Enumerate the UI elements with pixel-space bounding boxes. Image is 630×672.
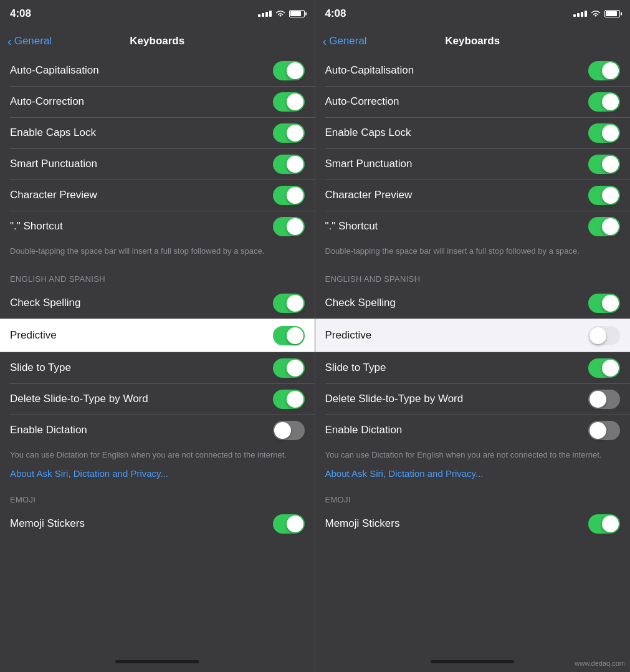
left-caps-lock-toggle[interactable] <box>273 123 305 143</box>
left-delete-slide-toggle[interactable] <box>273 390 305 409</box>
right-caps-lock-toggle[interactable] <box>588 123 620 143</box>
right-auto-cap-row[interactable]: Auto-Capitalisation <box>315 55 631 86</box>
left-slide-type-label: Slide to Type <box>10 362 71 374</box>
left-auto-cap-row[interactable]: Auto-Capitalisation <box>0 55 315 86</box>
right-nav-title: Keyboards <box>445 35 500 47</box>
right-dictation-row[interactable]: Enable Dictation <box>315 415 631 446</box>
right-wifi-icon <box>591 10 601 17</box>
right-time: 4:08 <box>325 7 346 20</box>
right-signal-icon <box>573 11 587 17</box>
right-home-bar <box>431 660 514 663</box>
left-section-english-spanish: ENGLISH AND SPANISH <box>0 264 315 287</box>
left-shortcut-row[interactable]: "." Shortcut <box>0 211 315 242</box>
right-memoji-label: Memoji Stickers <box>325 517 400 530</box>
left-auto-cap-toggle[interactable] <box>273 61 305 80</box>
left-check-spelling-row[interactable]: Check Spelling <box>0 287 315 319</box>
left-memoji-toggle[interactable] <box>273 514 305 534</box>
left-char-preview-row[interactable]: Character Preview <box>0 180 315 211</box>
right-caps-lock-row[interactable]: Enable Caps Lock <box>315 117 631 148</box>
wifi-icon <box>275 10 285 17</box>
right-predictive-toggle[interactable] <box>588 326 620 345</box>
left-dictation-row[interactable]: Enable Dictation <box>0 415 315 446</box>
right-smart-punct-row[interactable]: Smart Punctuation <box>315 148 631 180</box>
right-about-link[interactable]: About Ask Siri, Dictation and Privacy... <box>315 468 631 485</box>
right-auto-cap-label: Auto-Capitalisation <box>325 64 414 77</box>
right-predictive-row[interactable]: Predictive <box>315 319 631 352</box>
right-char-preview-toggle[interactable] <box>588 186 620 205</box>
battery-icon <box>289 10 305 17</box>
right-smart-punct-toggle[interactable] <box>588 155 620 174</box>
right-delete-slide-row[interactable]: Delete Slide-to-Type by Word <box>315 383 631 415</box>
left-dictation-footer: You can use Dictation for English when y… <box>0 446 315 468</box>
left-memoji-row[interactable]: Memoji Stickers <box>0 508 315 539</box>
right-auto-correct-label: Auto-Correction <box>325 95 399 108</box>
left-slide-type-row[interactable]: Slide to Type <box>0 352 315 383</box>
right-slide-type-label: Slide to Type <box>325 362 386 374</box>
right-char-preview-row[interactable]: Character Preview <box>315 180 631 211</box>
right-memoji-toggle[interactable] <box>588 514 620 534</box>
right-auto-correct-row[interactable]: Auto-Correction <box>315 86 631 117</box>
right-section-emoji: EMOJI <box>315 485 631 508</box>
right-char-preview-label: Character Preview <box>325 189 413 201</box>
left-back-arrow-icon: ‹ <box>7 35 12 47</box>
left-smart-punct-label: Smart Punctuation <box>10 158 97 170</box>
left-predictive-toggle[interactable] <box>273 326 305 345</box>
right-shortcut-toggle[interactable] <box>588 217 620 236</box>
left-back-button[interactable]: ‹ General <box>7 35 52 47</box>
left-check-spelling-toggle[interactable] <box>273 294 305 313</box>
right-auto-correct-toggle[interactable] <box>588 92 620 112</box>
right-slide-type-row[interactable]: Slide to Type <box>315 352 631 383</box>
right-nav-bar: ‹ General Keyboards <box>315 27 631 55</box>
right-shortcut-row[interactable]: "." Shortcut <box>315 211 631 242</box>
right-dictation-toggle[interactable] <box>588 421 620 440</box>
left-auto-cap-label: Auto-Capitalisation <box>10 64 99 77</box>
left-slide-type-toggle[interactable] <box>273 358 305 378</box>
right-back-arrow-icon: ‹ <box>323 35 327 47</box>
right-check-spelling-toggle[interactable] <box>588 294 620 313</box>
right-auto-cap-toggle[interactable] <box>588 61 620 80</box>
right-shortcut-footer: Double-tapping the space bar will insert… <box>315 242 631 264</box>
right-status-bar: 4:08 <box>315 0 631 27</box>
right-battery-icon <box>604 10 620 17</box>
left-shortcut-toggle[interactable] <box>273 217 305 236</box>
right-status-icons <box>573 10 620 17</box>
left-predictive-label: Predictive <box>10 329 57 342</box>
right-predictive-label: Predictive <box>325 329 372 342</box>
right-back-button[interactable]: ‹ General <box>323 35 367 47</box>
watermark: www.dedaq.com <box>575 660 625 667</box>
left-auto-correct-row[interactable]: Auto-Correction <box>0 86 315 117</box>
right-check-spelling-label: Check Spelling <box>325 297 396 309</box>
left-delete-slide-row[interactable]: Delete Slide-to-Type by Word <box>0 383 315 415</box>
left-dictation-label: Enable Dictation <box>10 424 87 436</box>
left-check-spelling-label: Check Spelling <box>10 297 80 309</box>
left-auto-correct-label: Auto-Correction <box>10 95 84 108</box>
left-char-preview-label: Character Preview <box>10 189 97 201</box>
right-delete-slide-toggle[interactable] <box>588 390 620 409</box>
right-slide-type-toggle[interactable] <box>588 358 620 378</box>
left-shortcut-label: "." Shortcut <box>10 220 63 233</box>
left-status-bar: 4:08 <box>0 0 315 27</box>
left-predictive-row[interactable]: Predictive <box>0 319 315 352</box>
left-about-link[interactable]: About Ask Siri, Dictation and Privacy... <box>0 468 315 485</box>
left-dictation-toggle[interactable] <box>273 421 305 440</box>
right-check-spelling-row[interactable]: Check Spelling <box>315 287 631 319</box>
right-caps-lock-label: Enable Caps Lock <box>325 127 411 139</box>
left-section-emoji: EMOJI <box>0 485 315 508</box>
left-home-indicator <box>0 651 315 672</box>
left-smart-punct-toggle[interactable] <box>273 155 305 174</box>
left-char-preview-toggle[interactable] <box>273 186 305 205</box>
left-back-label: General <box>14 35 52 47</box>
right-delete-slide-label: Delete Slide-to-Type by Word <box>325 393 464 405</box>
left-caps-lock-row[interactable]: Enable Caps Lock <box>0 117 315 148</box>
right-back-label: General <box>329 35 366 47</box>
left-nav-title: Keyboards <box>130 35 184 47</box>
right-dictation-footer: You can use Dictation for English when y… <box>315 446 631 468</box>
left-auto-correct-toggle[interactable] <box>273 92 305 112</box>
left-smart-punct-row[interactable]: Smart Punctuation <box>0 148 315 180</box>
left-settings-list: Auto-Capitalisation Auto-Correction Enab… <box>0 55 315 651</box>
left-nav-bar: ‹ General Keyboards <box>0 27 315 55</box>
left-status-icons <box>258 10 305 17</box>
left-memoji-label: Memoji Stickers <box>10 517 85 530</box>
right-dictation-label: Enable Dictation <box>325 424 403 436</box>
right-memoji-row[interactable]: Memoji Stickers <box>315 508 631 539</box>
